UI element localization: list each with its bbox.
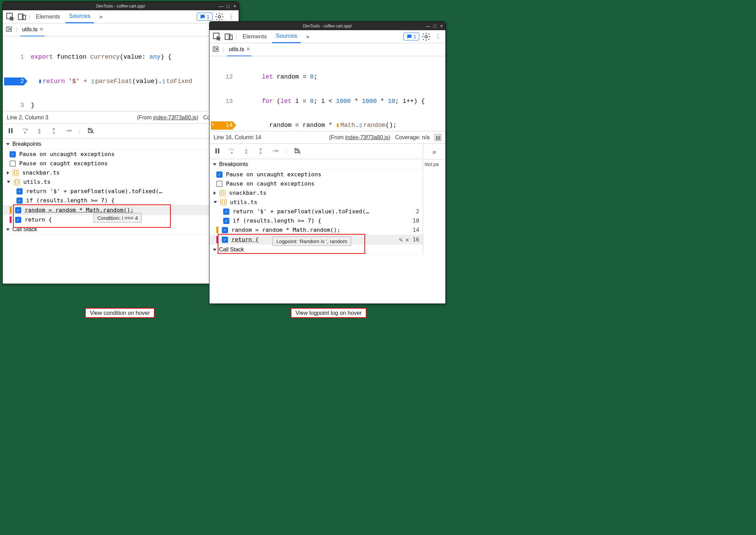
messages-badge[interactable]: 1: [197, 13, 213, 21]
step-icon[interactable]: [271, 147, 279, 156]
titlebar: DevTools - coffee-cart.app/ — □ ×: [3, 2, 239, 10]
file-tabs: | utils.ts ×: [3, 23, 239, 36]
file-group-snackbar[interactable]: {} snackbar.ts: [3, 168, 239, 177]
expand-sidebar-icon[interactable]: »: [424, 146, 444, 157]
svg-point-7: [24, 132, 26, 133]
code-editor[interactable]: 1 2 3 4 5 6 7 8 9 export function curren…: [3, 36, 239, 111]
breakpoints-section-header[interactable]: Breakpoints: [209, 159, 423, 170]
minimize-icon[interactable]: —: [219, 3, 224, 9]
pause-uncaught-row[interactable]: ✓ Pause on uncaught exceptions: [3, 150, 239, 159]
caption-right: View logpoint log on hover: [291, 308, 367, 318]
inspect-icon[interactable]: [5, 12, 15, 22]
breakpoint-row[interactable]: ✓ if (results.length >= 7) { 10: [209, 216, 423, 225]
step-over-icon[interactable]: [21, 127, 29, 135]
pause-uncaught-row[interactable]: ✓ Pause on uncaught exceptions: [209, 170, 423, 179]
nav-pane-icon[interactable]: [212, 46, 219, 54]
breakpoint-row[interactable]: ✓ if (results.length >= 7) { 10: [3, 196, 239, 205]
settings-icon[interactable]: [421, 32, 431, 41]
gutter[interactable]: 1 2 3 4 5 6 7 8 9: [3, 36, 27, 111]
debugger-panel: Breakpoints ✓ Pause on uncaught exceptio…: [209, 159, 423, 255]
checkbox-icon[interactable]: ✓: [222, 227, 228, 233]
close-icon[interactable]: ×: [247, 46, 250, 53]
checkbox-icon[interactable]: ✓: [216, 171, 223, 178]
tab-elements[interactable]: Elements: [32, 11, 63, 23]
chevron-down-icon: [214, 201, 217, 203]
checkbox-icon[interactable]: ✓: [223, 218, 229, 224]
file-tab-utils[interactable]: utils.ts ×: [21, 23, 45, 36]
svg-point-14: [425, 35, 428, 38]
step-over-icon[interactable]: [228, 147, 236, 156]
maximize-icon[interactable]: □: [432, 23, 437, 29]
edit-icon[interactable]: ✎: [399, 236, 403, 243]
messages-badge[interactable]: 1: [404, 33, 419, 40]
ts-file-icon: {}: [219, 190, 226, 196]
status-bar: Line 16, Column 14 (From index-73f73a80.…: [209, 131, 445, 143]
tab-sources[interactable]: Sources: [65, 10, 94, 23]
chevron-right-icon: [7, 171, 9, 175]
delete-icon[interactable]: ✕: [405, 236, 409, 243]
pause-icon[interactable]: [214, 147, 221, 156]
file-tab-label: utils.ts: [229, 46, 244, 52]
chevron-down-icon: [6, 228, 10, 231]
deactivate-breakpoints-icon[interactable]: [294, 147, 301, 156]
breakpoint-row[interactable]: ✓ random = random * Math.random(); 14: [209, 225, 423, 235]
checkbox-icon[interactable]: [216, 181, 223, 187]
svg-point-3: [218, 15, 221, 18]
code-lines[interactable]: let random = 0; for (let i = 0; i < 1000…: [236, 56, 425, 131]
pause-icon[interactable]: [7, 127, 14, 135]
file-group-utils[interactable]: {} utils.ts: [209, 198, 423, 207]
source-map-link[interactable]: index-73f73a80.js: [345, 134, 388, 140]
step-out-icon[interactable]: [50, 127, 58, 135]
settings-icon[interactable]: [215, 12, 224, 22]
chevron-right-icon: [214, 191, 216, 195]
kebab-icon[interactable]: ⋮: [226, 12, 236, 22]
deactivate-breakpoints-icon[interactable]: [87, 127, 95, 135]
nav-pane-icon[interactable]: [5, 26, 12, 34]
tab-more[interactable]: »: [303, 31, 313, 43]
file-group-utils[interactable]: {} utils.ts: [3, 177, 239, 187]
tab-sources[interactable]: Sources: [272, 30, 300, 43]
coverage-toggle-icon[interactable]: ▤: [434, 134, 441, 141]
source-map-from: (From index-73f73a80.js): [137, 115, 199, 121]
close-icon[interactable]: ×: [40, 26, 44, 33]
close-icon[interactable]: ×: [439, 23, 444, 29]
main-tabs: | Elements Sources » 1 ⋮: [209, 30, 445, 43]
gutter[interactable]: 12 13 ?14 15 ‥16 17 18 19 20: [209, 56, 236, 131]
breakpoints-section-header[interactable]: Breakpoints: [3, 139, 239, 150]
maximize-icon[interactable]: □: [226, 3, 230, 9]
checkbox-icon[interactable]: ✓: [223, 209, 229, 215]
minimize-icon[interactable]: —: [425, 23, 430, 29]
file-group-snackbar[interactable]: {} snackbar.ts: [209, 188, 423, 198]
breakpoint-row[interactable]: ✓ return '$' + parseFloat(value).toFixed…: [209, 207, 423, 216]
device-toggle-icon[interactable]: [17, 12, 27, 22]
pause-caught-row[interactable]: Pause on caught exceptions: [3, 159, 239, 168]
chevron-down-icon: [213, 249, 216, 251]
logpoint-tooltip: Logpoint: 'Random is ', random: [273, 237, 351, 246]
step-icon[interactable]: [64, 127, 72, 135]
svg-point-19: [245, 152, 247, 154]
tab-elements[interactable]: Elements: [239, 31, 270, 43]
source-map-link[interactable]: index-73f73a80.js: [153, 115, 196, 120]
messages-count: 1: [207, 14, 209, 20]
file-tab-utils[interactable]: utils.ts ×: [227, 43, 251, 56]
tab-more[interactable]: »: [96, 11, 106, 23]
chevron-down-icon: [6, 143, 10, 145]
breakpoint-row[interactable]: ✓ return '$' + parseFloat(value).toFixed…: [3, 187, 239, 196]
checkbox-icon[interactable]: ✓: [10, 151, 16, 157]
checkbox-icon[interactable]: [10, 160, 16, 167]
condition-tooltip: Condition: i === 4: [94, 213, 142, 223]
titlebar: DevTools - coffee-cart.app/ — □ ×: [209, 22, 445, 30]
step-into-icon[interactable]: [242, 147, 250, 156]
code-editor[interactable]: 12 13 ?14 15 ‥16 17 18 19 20 let random …: [209, 56, 445, 131]
checkbox-icon[interactable]: ✓: [16, 198, 23, 204]
checkbox-icon[interactable]: ✓: [16, 188, 23, 194]
pause-caught-row[interactable]: Pause on caught exceptions: [209, 179, 423, 188]
code-lines[interactable]: export function currency(value: any) { ▮…: [27, 36, 197, 111]
kebab-icon[interactable]: ⋮: [433, 32, 443, 41]
close-icon[interactable]: ×: [232, 3, 237, 9]
device-toggle-icon[interactable]: [224, 32, 233, 41]
step-into-icon[interactable]: [36, 127, 43, 135]
inspect-icon[interactable]: [212, 32, 222, 41]
caption-left: View condition on hover: [85, 308, 155, 318]
step-out-icon[interactable]: [257, 147, 264, 156]
